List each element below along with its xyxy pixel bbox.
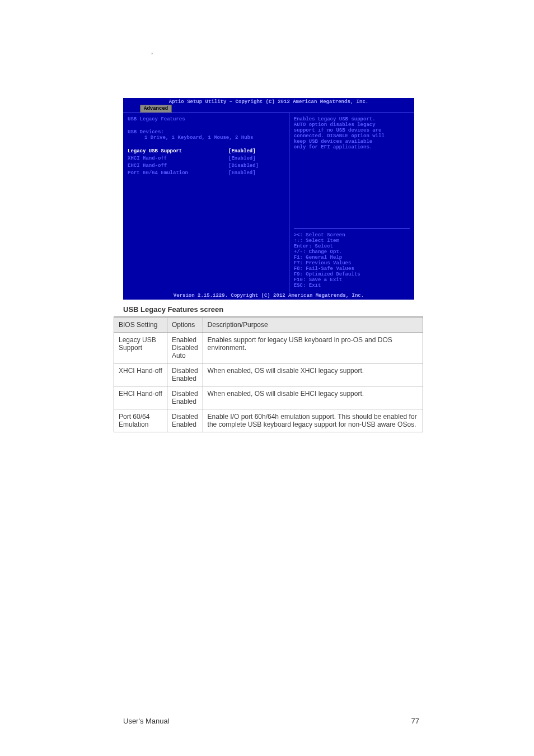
table-row: Port 60/64 EmulationDisabledEnabledEnabl… xyxy=(114,409,423,432)
nav-help-line: Enter: Select xyxy=(294,244,410,249)
cell-options: DisabledEnabled xyxy=(167,409,203,432)
nav-help-line: F10: Save & Exit xyxy=(294,277,410,283)
nav-help-line: +/-: Change Opt. xyxy=(294,249,410,255)
bios-setting-value: [Enabled] xyxy=(228,170,256,177)
table-row: XHCI Hand-offDisabledEnabledWhen enabled… xyxy=(114,363,423,386)
nav-help-line: F1: General Help xyxy=(294,255,410,260)
cell-setting: EHCI Hand-off xyxy=(114,386,167,409)
bios-devices-label: USB Devices: xyxy=(128,129,284,135)
bios-setting-value: [Enabled] xyxy=(228,148,256,155)
cell-options: DisabledEnabled xyxy=(167,363,203,386)
bios-tab-advanced: Advanced xyxy=(140,105,172,113)
bios-setting-label: Legacy USB Support xyxy=(128,148,228,155)
cell-description: When enabled, OS will disable EHCI legac… xyxy=(203,386,423,409)
bios-setting-row: EHCI Hand-off[Disabled] xyxy=(128,162,284,170)
table-row: EHCI Hand-offDisabledEnabledWhen enabled… xyxy=(114,386,423,409)
bios-devices-detail: 1 Drive, 1 Keyboard, 1 Mouse, 2 Hubs xyxy=(128,135,284,141)
nav-help-line: F7: Previous Values xyxy=(294,260,410,266)
table-header-row: BIOS Setting Options Description/Purpose xyxy=(114,318,423,333)
bios-left-pane: USB Legacy Features USB Devices: 1 Drive… xyxy=(123,113,289,292)
bios-setting-label: EHCI Hand-off xyxy=(128,162,228,170)
settings-table: BIOS Setting Options Description/Purpose… xyxy=(114,316,423,432)
th-description: Description/Purpose xyxy=(203,318,423,333)
nav-help-line: ><: Select Screen xyxy=(294,232,410,238)
cell-description: Enable I/O port 60h/64h emulation suppor… xyxy=(203,409,423,432)
header-comma: , xyxy=(151,48,153,55)
cell-options: EnabledDisabledAuto xyxy=(167,333,203,363)
table-row: Legacy USB SupportEnabledDisabledAutoEna… xyxy=(114,333,423,363)
bios-right-pane: Enables Legacy USB support.AUTO option d… xyxy=(289,113,414,292)
cell-setting: Legacy USB Support xyxy=(114,333,167,363)
bios-setting-value: [Disabled] xyxy=(228,162,259,170)
cell-description: Enables support for legacy USB keyboard … xyxy=(203,333,423,363)
page-number: 77 xyxy=(411,717,419,725)
figure-caption: USB Legacy Features screen xyxy=(123,305,223,314)
bios-setting-label: Port 60/64 Emulation xyxy=(128,170,228,177)
cell-description: When enabled, OS will disable XHCI legac… xyxy=(203,363,423,386)
cell-setting: XHCI Hand-off xyxy=(114,363,167,386)
cell-options: DisabledEnabled xyxy=(167,386,203,409)
nav-help-line: ESC: Exit xyxy=(294,283,410,288)
nav-help-line: F9: Optimized Defaults xyxy=(294,272,410,277)
bios-nav-help: ><: Select Screen↑↓: Select ItemEnter: S… xyxy=(294,228,410,288)
th-options: Options xyxy=(167,318,203,333)
bios-setting-value: [Enabled] xyxy=(228,155,256,162)
bios-setting-label: XHCI Hand-off xyxy=(128,155,228,162)
bios-setting-row: Legacy USB Support[Enabled] xyxy=(128,148,284,155)
bios-setting-row: Port 60/64 Emulation[Enabled] xyxy=(128,170,284,177)
bios-section-header: USB Legacy Features xyxy=(128,116,284,122)
nav-help-line: ↑↓: Select Item xyxy=(294,238,410,244)
nav-help-line: F8: Fail-Safe Values xyxy=(294,266,410,272)
th-setting: BIOS Setting xyxy=(114,318,167,333)
bios-help-text: Enables Legacy USB support.AUTO option d… xyxy=(294,116,410,225)
bios-setting-row: XHCI Hand-off[Enabled] xyxy=(128,155,284,162)
cell-setting: Port 60/64 Emulation xyxy=(114,409,167,432)
bios-footer: Version 2.15.1229. Copyright (C) 2012 Am… xyxy=(123,292,414,298)
bios-screenshot: Aptio Setup Utility – Copyright (C) 2012… xyxy=(123,98,414,300)
footer-text: User's Manual xyxy=(123,717,170,725)
